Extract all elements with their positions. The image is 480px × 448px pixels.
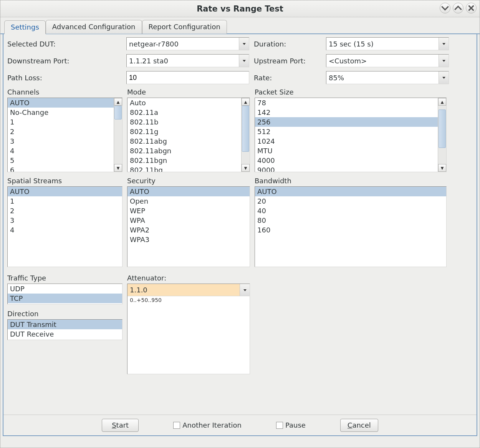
list-item[interactable]: UDP xyxy=(8,284,122,294)
channels-listbox[interactable]: AUTONo-Change123456 ▲ ▼ xyxy=(7,98,122,172)
svg-marker-2 xyxy=(243,60,246,62)
scroll-up-icon[interactable]: ▲ xyxy=(114,98,122,106)
security-group: Security AUTOOpenWEPWPAWPA2WPA3 xyxy=(127,177,250,267)
pause-checkbox[interactable]: Pause xyxy=(276,421,306,429)
list-item[interactable]: 3 xyxy=(8,216,122,225)
spatial-streams-group: Spatial Streams AUTO1234 xyxy=(7,177,122,267)
bandwidth-label: Bandwidth xyxy=(255,177,447,185)
downstream-port-combo[interactable]: 1.1.21 sta0 xyxy=(126,54,249,67)
list-item[interactable]: 3 xyxy=(8,136,122,146)
list-item[interactable]: WPA3 xyxy=(127,235,250,244)
close-button[interactable] xyxy=(466,3,477,13)
list-item[interactable]: 40 xyxy=(255,206,446,216)
chevron-down-icon xyxy=(439,55,449,67)
bandwidth-listbox[interactable]: AUTO204080160 xyxy=(255,186,447,267)
scrollbar[interactable]: ▲ ▼ xyxy=(438,98,446,172)
attenuator-combo[interactable]: 1.1.0 xyxy=(127,284,250,296)
list-item[interactable]: DUT Receive xyxy=(8,329,122,339)
list-item[interactable]: WPA2 xyxy=(127,225,250,235)
list-item[interactable]: 142 xyxy=(255,108,446,117)
tab-report-configuration[interactable]: Report Configuration xyxy=(142,20,227,34)
list-item[interactable]: 6 xyxy=(8,165,122,172)
svg-marker-4 xyxy=(442,77,445,79)
rate-value: 85% xyxy=(326,74,439,82)
scroll-up-icon[interactable]: ▲ xyxy=(242,98,250,106)
path-loss-field[interactable] xyxy=(127,71,249,84)
rate-combo[interactable]: 85% xyxy=(326,71,449,84)
mode-listbox[interactable]: Auto802.11a802.11b802.11g802.11abg802.11… xyxy=(127,98,250,172)
list-item[interactable]: TCP xyxy=(8,294,122,303)
selected-dut-combo[interactable]: netgear-r7800 xyxy=(126,37,249,50)
list-item[interactable]: 2 xyxy=(8,206,122,216)
scrollbar[interactable]: ▲ ▼ xyxy=(241,98,250,172)
list-item[interactable]: 802.11abg xyxy=(127,136,250,146)
path-loss-input[interactable] xyxy=(126,71,249,84)
chevron-down-icon xyxy=(439,38,449,50)
selected-dut-value: netgear-r7800 xyxy=(127,40,239,48)
list-item[interactable]: 802.11bg xyxy=(127,165,250,172)
list-item[interactable]: No-Change xyxy=(8,108,122,117)
downstream-port-value: 1.1.21 sta0 xyxy=(127,57,239,65)
packet-size-listbox[interactable]: 781422565121024MTU40009000 ▲ ▼ xyxy=(255,98,447,172)
list-item[interactable]: DUT Transmit xyxy=(8,320,122,329)
list-item[interactable]: Open xyxy=(127,196,250,206)
list-item[interactable]: 802.11b xyxy=(127,117,250,127)
upstream-port-combo[interactable]: <Custom> xyxy=(326,54,449,67)
list-item[interactable]: 4 xyxy=(8,146,122,156)
list-item[interactable]: 802.11abgn xyxy=(127,146,250,156)
duration-value: 15 sec (15 s) xyxy=(326,40,439,48)
direction-listbox[interactable]: DUT TransmitDUT Receive xyxy=(7,319,122,340)
list-item[interactable]: 4 xyxy=(8,225,122,235)
list-item[interactable]: AUTO xyxy=(8,98,122,108)
security-listbox[interactable]: AUTOOpenWEPWPAWPA2WPA3 xyxy=(127,186,250,267)
scroll-down-icon[interactable]: ▼ xyxy=(114,164,122,172)
mode-label: Mode xyxy=(127,88,250,96)
scroll-down-icon[interactable]: ▼ xyxy=(438,164,446,172)
chevron-down-icon xyxy=(239,55,249,67)
list-item[interactable]: 9000 xyxy=(255,165,446,172)
list-item[interactable]: 802.11a xyxy=(127,108,250,117)
list-item[interactable]: 5 xyxy=(8,156,122,165)
tab-settings[interactable]: Settings xyxy=(4,20,46,34)
attenuator-group: Attenuator: 1.1.0 0..+50..950 xyxy=(127,274,250,374)
list-item[interactable]: MTU xyxy=(255,146,446,156)
attenuator-subtext: 0..+50..950 xyxy=(127,296,250,304)
list-item[interactable]: 20 xyxy=(255,196,446,206)
list-item[interactable]: Auto xyxy=(127,98,250,108)
list-item[interactable]: 2 xyxy=(8,127,122,136)
tab-advanced-configuration[interactable]: Advanced Configuration xyxy=(46,20,142,34)
list-item[interactable]: 4000 xyxy=(255,156,446,165)
list-item[interactable]: 80 xyxy=(255,216,446,225)
another-iteration-label: Another Iteration xyxy=(182,421,242,429)
list-item[interactable]: AUTO xyxy=(255,187,446,196)
cancel-button[interactable]: Cancel xyxy=(340,419,378,432)
minimize-button[interactable] xyxy=(440,3,450,13)
list-item[interactable]: WEP xyxy=(127,206,250,216)
list-item[interactable]: 1 xyxy=(8,196,122,206)
list-item[interactable]: AUTO xyxy=(127,187,250,196)
spatial-streams-listbox[interactable]: AUTO1234 xyxy=(7,186,122,267)
list-item[interactable]: 802.11g xyxy=(127,127,250,136)
traffic-type-listbox[interactable]: UDPTCP xyxy=(7,284,122,304)
list-item[interactable]: 256 xyxy=(255,117,446,127)
list-item[interactable]: 160 xyxy=(255,225,446,235)
maximize-button[interactable] xyxy=(453,3,463,13)
bottom-row: Traffic Type UDPTCP Direction DUT Transm… xyxy=(7,274,473,374)
scroll-up-icon[interactable]: ▲ xyxy=(438,98,446,106)
list-item[interactable]: WPA xyxy=(127,216,250,225)
list-item[interactable]: 512 xyxy=(255,127,446,136)
scroll-down-icon[interactable]: ▼ xyxy=(242,164,250,172)
channels-label: Channels xyxy=(7,88,122,96)
list-item[interactable]: 1 xyxy=(8,117,122,127)
start-button[interactable]: Start xyxy=(102,419,139,432)
attenuator-label: Attenuator: xyxy=(127,274,250,282)
list-item[interactable]: 78 xyxy=(255,98,446,108)
lists-row-2: Spatial Streams AUTO1234 Security AUTOOp… xyxy=(7,177,473,267)
scrollbar[interactable]: ▲ ▼ xyxy=(114,98,122,172)
list-item[interactable]: AUTO xyxy=(8,187,122,196)
another-iteration-checkbox[interactable]: Another Iteration xyxy=(173,421,242,429)
list-item[interactable]: 802.11bgn xyxy=(127,156,250,165)
list-item[interactable]: 1024 xyxy=(255,136,446,146)
duration-combo[interactable]: 15 sec (15 s) xyxy=(326,37,449,50)
mode-group: Mode Auto802.11a802.11b802.11g802.11abg8… xyxy=(127,88,250,172)
